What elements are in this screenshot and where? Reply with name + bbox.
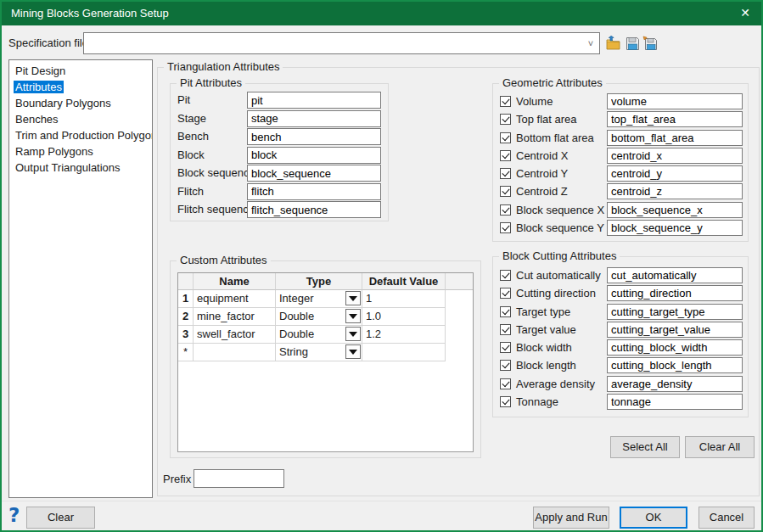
tonnage-checkbox[interactable]: [500, 396, 511, 407]
volume-checkbox[interactable]: [500, 96, 511, 107]
open-folder-icon[interactable]: [605, 36, 621, 52]
bottom-flat-area-checkbox[interactable]: [500, 132, 511, 143]
name-cell[interactable]: swell_factor: [194, 326, 276, 344]
target-value-checkbox[interactable]: [500, 324, 511, 335]
sidebar-item-pit-design[interactable]: Pit Design: [9, 63, 152, 79]
centroid-z-checkbox[interactable]: [500, 186, 511, 197]
centroid-y-attribute-input[interactable]: [607, 165, 743, 182]
stage-attribute-input[interactable]: [247, 110, 381, 127]
centroid-x-attribute-input[interactable]: [607, 148, 743, 164]
bench-attribute-input[interactable]: [247, 128, 381, 145]
attribute-row: Target type: [493, 304, 748, 322]
column-header-name: Name: [194, 273, 276, 290]
target-type-attribute-input[interactable]: [607, 304, 743, 320]
pit-attribute-input[interactable]: [247, 92, 381, 109]
field-label: Flitch: [177, 185, 204, 198]
field-label: Block sequence: [177, 166, 255, 179]
sidebar-item-attributes[interactable]: Attributes: [9, 79, 152, 95]
attribute-row: Average density: [493, 376, 748, 394]
type-dropdown-button[interactable]: [345, 309, 361, 323]
centroid-z-attribute-input[interactable]: [607, 183, 743, 199]
prefix-input[interactable]: [194, 469, 284, 488]
custom-attributes-table[interactable]: NameTypeDefault Value1equipmentInteger12…: [177, 272, 474, 452]
block-sequence-y-attribute-input[interactable]: [607, 220, 743, 236]
chevron-down-icon[interactable]: ˅: [582, 38, 599, 48]
average-density-checkbox[interactable]: [500, 378, 511, 389]
target-type-checkbox[interactable]: [500, 306, 511, 317]
block-sequence-x-checkbox[interactable]: [500, 204, 511, 216]
pit-attributes-group: Pit Attributes PitStageBenchBlockBlock s…: [170, 83, 389, 221]
attribute-row: Block length: [493, 357, 748, 375]
column-header-filler: [446, 273, 473, 290]
title-bar: Mining Blocks Generation Setup ✕: [0, 0, 763, 25]
clear-button[interactable]: Clear: [26, 507, 95, 529]
specification-file-input[interactable]: [84, 33, 582, 53]
bottom-flat-area-attribute-input[interactable]: [607, 130, 743, 146]
select-all-button[interactable]: Select All: [610, 436, 680, 458]
sidebar-item-benches[interactable]: Benches: [9, 111, 152, 127]
checkbox-label: Centroid Z: [516, 185, 568, 198]
name-cell[interactable]: equipment: [194, 290, 276, 308]
save-icon[interactable]: [625, 36, 641, 52]
help-icon[interactable]: ?: [8, 504, 25, 526]
top-flat-area-checkbox[interactable]: [500, 114, 511, 125]
default-value-cell[interactable]: [362, 344, 446, 361]
type-cell[interactable]: Double: [276, 326, 362, 344]
volume-attribute-input[interactable]: [607, 93, 743, 109]
attribute-row: Target value: [493, 322, 748, 339]
sidebar-item-ramp-polygons[interactable]: Ramp Polygons: [9, 143, 152, 160]
save-as-icon[interactable]: [642, 36, 659, 52]
block-sequence-x-attribute-input[interactable]: [607, 202, 743, 218]
custom-attributes-group: Custom Attributes NameTypeDefault Value1…: [170, 260, 481, 458]
default-value-cell[interactable]: 1.0: [362, 308, 446, 326]
block-attribute-input[interactable]: [247, 147, 381, 164]
attribute-row: Centroid Y: [493, 165, 748, 183]
attribute-row: Block sequence X: [493, 202, 748, 220]
sidebar-item-output-triangulations[interactable]: Output Triangulations: [9, 160, 152, 176]
flitch-attribute-input[interactable]: [247, 183, 381, 200]
flitch-sequence-attribute-input[interactable]: [247, 201, 381, 218]
default-value-cell[interactable]: 1.2: [362, 326, 446, 344]
sidebar-item-trim-and-production-polygons[interactable]: Trim and Production Polygons: [9, 127, 152, 143]
centroid-x-checkbox[interactable]: [500, 150, 511, 161]
type-cell[interactable]: String: [276, 344, 362, 361]
ok-button[interactable]: OK: [620, 507, 687, 529]
name-cell[interactable]: mine_factor: [194, 308, 276, 326]
close-icon[interactable]: ✕: [727, 0, 763, 25]
block-width-checkbox[interactable]: [500, 342, 511, 353]
block-length-attribute-input[interactable]: [607, 357, 743, 373]
default-value-cell[interactable]: 1: [362, 290, 446, 308]
type-cell[interactable]: Integer: [276, 290, 362, 308]
cut-automatically-attribute-input[interactable]: [607, 267, 743, 283]
attribute-row: Bottom flat area: [493, 130, 748, 148]
tonnage-attribute-input[interactable]: [607, 394, 743, 410]
block-length-checkbox[interactable]: [500, 360, 511, 371]
table-row: *String: [178, 344, 473, 361]
block-width-attribute-input[interactable]: [607, 339, 743, 356]
apply-and-run-button[interactable]: Apply and Run: [533, 507, 609, 529]
type-dropdown-button[interactable]: [345, 327, 361, 341]
table-row: 3swell_factorDouble1.2: [178, 326, 473, 344]
target-value-attribute-input[interactable]: [607, 322, 743, 338]
average-density-attribute-input[interactable]: [607, 376, 743, 392]
row-number: 2: [178, 308, 194, 326]
cutting-direction-attribute-input[interactable]: [607, 285, 743, 301]
sidebar-item-boundary-polygons[interactable]: Boundary Polygons: [9, 95, 152, 111]
cancel-button[interactable]: Cancel: [698, 507, 755, 529]
name-cell[interactable]: [194, 344, 276, 361]
cut-automatically-checkbox[interactable]: [500, 270, 511, 281]
type-cell[interactable]: Double: [276, 308, 362, 326]
clear-all-button[interactable]: Clear All: [685, 436, 755, 458]
centroid-y-checkbox[interactable]: [500, 168, 511, 179]
type-dropdown-button[interactable]: [345, 344, 361, 359]
field-label: Bench: [177, 130, 209, 143]
block-sequence-attribute-input[interactable]: [247, 165, 381, 182]
sidebar-item-label: Ramp Polygons: [14, 145, 95, 158]
cutting-direction-checkbox[interactable]: [500, 288, 511, 299]
top-flat-area-attribute-input[interactable]: [607, 111, 743, 127]
block-sequence-y-checkbox[interactable]: [500, 222, 511, 233]
sidebar-item-label: Attributes: [14, 81, 64, 93]
sidebar-item-label: Trim and Production Polygons: [14, 129, 153, 142]
type-dropdown-button[interactable]: [345, 291, 361, 305]
specification-file-combobox[interactable]: ˅: [83, 32, 600, 54]
